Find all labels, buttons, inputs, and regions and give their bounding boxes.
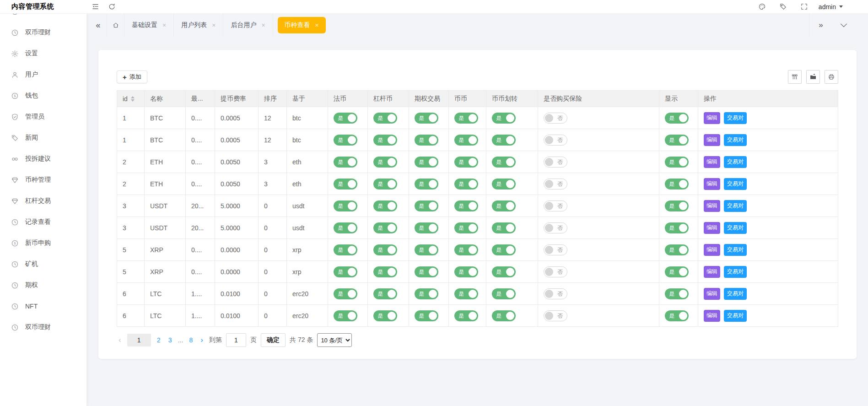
- insurance-toggle[interactable]: 否: [544, 179, 567, 189]
- coin-toggle[interactable]: 是: [454, 179, 478, 189]
- fiat-toggle[interactable]: 是: [334, 179, 357, 189]
- tag-button[interactable]: [773, 0, 794, 14]
- trading-pair-button[interactable]: 交易对: [724, 200, 747, 212]
- sidebar-item[interactable]: 币种管理: [0, 169, 86, 190]
- page-current[interactable]: 1: [127, 334, 151, 346]
- insurance-toggle[interactable]: 否: [544, 157, 567, 168]
- transfer-toggle[interactable]: 是: [492, 200, 516, 211]
- goto-page-input[interactable]: [226, 333, 246, 347]
- edit-button[interactable]: 编辑: [704, 178, 720, 190]
- fiat-toggle[interactable]: 是: [334, 310, 357, 321]
- coin-toggle[interactable]: 是: [454, 222, 478, 233]
- sidebar-item[interactable]: 期权: [0, 275, 86, 296]
- transfer-toggle[interactable]: 是: [492, 244, 516, 255]
- close-icon[interactable]: ×: [261, 22, 265, 29]
- lever-toggle[interactable]: 是: [373, 113, 397, 124]
- insurance-toggle[interactable]: 否: [544, 288, 567, 299]
- transfer-toggle[interactable]: 是: [492, 157, 516, 168]
- transfer-toggle[interactable]: 是: [492, 222, 516, 233]
- theme-button[interactable]: [752, 0, 773, 14]
- coin-toggle[interactable]: 是: [454, 288, 478, 299]
- fiat-toggle[interactable]: 是: [334, 266, 357, 277]
- tabs-forward-button[interactable]: »: [809, 14, 832, 37]
- trading-pair-button[interactable]: 交易对: [724, 222, 747, 234]
- lever-toggle[interactable]: 是: [373, 244, 397, 255]
- edit-button[interactable]: 编辑: [704, 134, 720, 146]
- option-toggle[interactable]: 是: [415, 179, 438, 189]
- transfer-toggle[interactable]: 是: [492, 113, 516, 124]
- edit-button[interactable]: 编辑: [704, 156, 720, 168]
- sidebar-fold-button[interactable]: [87, 0, 103, 14]
- export-button[interactable]: [806, 70, 820, 84]
- user-menu[interactable]: admin: [819, 3, 843, 11]
- show-toggle[interactable]: 是: [665, 179, 689, 189]
- transfer-toggle[interactable]: 是: [492, 310, 516, 321]
- sidebar-item[interactable]: 用户: [0, 64, 86, 85]
- sidebar-item[interactable]: 记录查看: [0, 211, 86, 233]
- lever-toggle[interactable]: 是: [373, 266, 397, 277]
- next-page-button[interactable]: ›: [199, 336, 205, 345]
- edit-button[interactable]: 编辑: [704, 112, 720, 124]
- sidebar-item[interactable]: 双币理财: [0, 22, 86, 43]
- tabs-collapse-button[interactable]: «: [90, 14, 107, 37]
- print-button[interactable]: [825, 70, 838, 84]
- fiat-toggle[interactable]: 是: [334, 135, 357, 146]
- trading-pair-button[interactable]: 交易对: [724, 134, 747, 146]
- fiat-toggle[interactable]: 是: [334, 113, 357, 124]
- show-toggle[interactable]: 是: [665, 135, 689, 146]
- tab-item[interactable]: 后台用户×: [223, 14, 273, 37]
- trading-pair-button[interactable]: 交易对: [724, 266, 747, 278]
- option-toggle[interactable]: 是: [415, 266, 438, 277]
- option-toggle[interactable]: 是: [415, 200, 438, 211]
- sort-icon[interactable]: [131, 96, 135, 102]
- coin-toggle[interactable]: 是: [454, 113, 478, 124]
- option-toggle[interactable]: 是: [415, 113, 438, 124]
- show-toggle[interactable]: 是: [665, 288, 689, 299]
- page-link[interactable]: 2: [155, 334, 162, 346]
- show-toggle[interactable]: 是: [665, 157, 689, 168]
- trading-pair-button[interactable]: 交易对: [724, 310, 747, 322]
- sidebar-item[interactable]: 管理员: [0, 106, 86, 127]
- lever-toggle[interactable]: 是: [373, 200, 397, 211]
- coin-toggle[interactable]: 是: [454, 157, 478, 168]
- option-toggle[interactable]: 是: [415, 135, 438, 146]
- insurance-toggle[interactable]: 否: [544, 310, 567, 321]
- edit-button[interactable]: 编辑: [704, 244, 720, 256]
- insurance-toggle[interactable]: 否: [544, 135, 567, 146]
- insurance-toggle[interactable]: 否: [544, 200, 567, 211]
- show-toggle[interactable]: 是: [665, 200, 689, 211]
- sidebar-item[interactable]: 投拆建议: [0, 148, 86, 169]
- sidebar-item[interactable]: 矿机: [0, 254, 86, 275]
- lever-toggle[interactable]: 是: [373, 135, 397, 146]
- sidebar-item[interactable]: 钱包: [0, 85, 86, 106]
- page-link[interactable]: 3: [167, 334, 174, 346]
- coin-toggle[interactable]: 是: [454, 310, 478, 321]
- show-toggle[interactable]: 是: [665, 113, 689, 124]
- close-icon[interactable]: ×: [212, 22, 216, 29]
- insurance-toggle[interactable]: 否: [544, 244, 567, 255]
- column-header-id[interactable]: id: [117, 91, 145, 107]
- transfer-toggle[interactable]: 是: [492, 135, 516, 146]
- fullscreen-button[interactable]: [794, 0, 815, 14]
- close-icon[interactable]: ×: [162, 22, 166, 29]
- show-toggle[interactable]: 是: [665, 310, 689, 321]
- tab-active[interactable]: 币种查看×: [278, 17, 326, 33]
- lever-toggle[interactable]: 是: [373, 310, 397, 321]
- page-link[interactable]: 8: [187, 334, 194, 346]
- show-toggle[interactable]: 是: [665, 244, 689, 255]
- trading-pair-button[interactable]: 交易对: [724, 112, 747, 124]
- edit-button[interactable]: 编辑: [704, 266, 720, 278]
- lever-toggle[interactable]: 是: [373, 179, 397, 189]
- option-toggle[interactable]: 是: [415, 244, 438, 255]
- page-size-select[interactable]: 10 条/页: [317, 333, 352, 347]
- trading-pair-button[interactable]: 交易对: [724, 288, 747, 300]
- filter-columns-button[interactable]: [788, 70, 802, 84]
- sidebar-item[interactable]: 新币申购: [0, 233, 86, 254]
- sidebar-item[interactable]: 设置: [0, 43, 86, 64]
- transfer-toggle[interactable]: 是: [492, 288, 516, 299]
- tabs-menu-button[interactable]: [832, 14, 855, 37]
- transfer-toggle[interactable]: 是: [492, 266, 516, 277]
- edit-button[interactable]: 编辑: [704, 310, 720, 322]
- sidebar-item[interactable]: 杠杆交易: [0, 190, 86, 211]
- show-toggle[interactable]: 是: [665, 222, 689, 233]
